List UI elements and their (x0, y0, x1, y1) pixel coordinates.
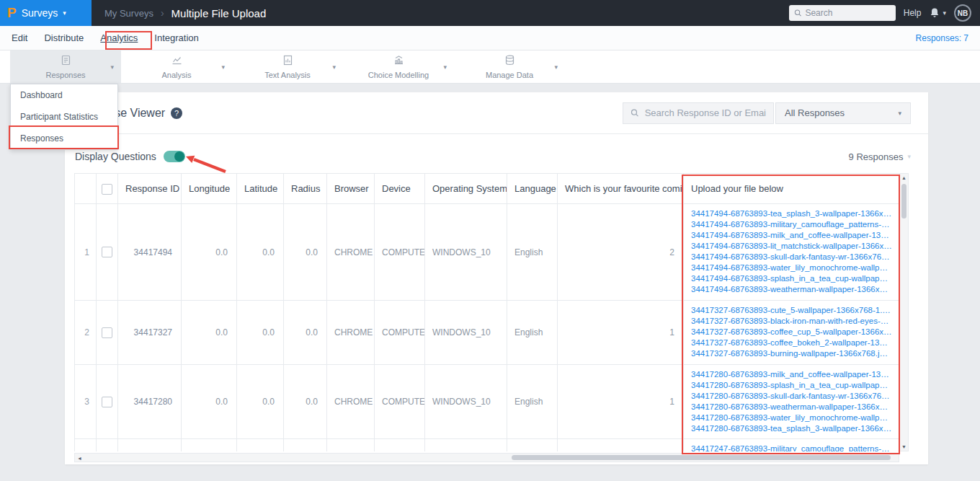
select-all-checkbox[interactable] (102, 184, 112, 195)
breadcrumb: My Surveys › Multiple File Upload (104, 7, 266, 19)
vertical-scrollbar[interactable]: ▲ ▼ (899, 173, 909, 451)
menu-item-participant-statistics[interactable]: Participant Statistics (11, 106, 117, 128)
scroll-left-icon[interactable]: ◄ (77, 454, 82, 462)
tab-edit[interactable]: Edit (12, 32, 27, 43)
help-link[interactable]: Help (904, 8, 922, 18)
file-link[interactable]: 34417494-68763893-tea_splash_3-wallpaper… (691, 208, 892, 219)
help-icon[interactable]: ? (171, 107, 182, 119)
cell-browser: CHROME (327, 204, 375, 301)
file-link[interactable]: 34417494-68763893-skull-dark-fantasy-wr-… (691, 252, 892, 262)
topbar-right: Help ▾ NB (789, 4, 980, 22)
file-link[interactable]: 34417494-68763893-lit_matchstick-wallpap… (691, 241, 892, 252)
surveys-product-menu[interactable]: P Surveys ▾ (0, 0, 92, 26)
col-header-comics-question[interactable]: Which is your favourite comics? (558, 174, 684, 204)
account-menu[interactable]: NB (954, 4, 971, 22)
file-link[interactable]: 34417327-68763893-black-iron-man-with-re… (691, 316, 892, 327)
table-row: 2 34417327 0.0 0.0 0.0 CHROME COMPUTER W… (75, 301, 900, 365)
row-index: 1 (75, 204, 97, 301)
file-link[interactable]: 34417494-68763893-splash_in_a_tea_cup-wa… (691, 273, 892, 284)
responses-summary-dropdown[interactable]: 9 Responses ▾ (849, 151, 911, 162)
cell-language: English (507, 365, 558, 439)
horizontal-scrollbar[interactable]: ◄ (74, 453, 899, 462)
response-filter-dropdown[interactable]: All Responses ▾ (775, 102, 911, 124)
chevron-down-icon: ▾ (332, 63, 336, 71)
file-link[interactable]: 34417280-68763893-skull-dark-fantasy-wr-… (691, 391, 892, 402)
horizontal-scroll-thumb[interactable] (512, 455, 891, 460)
tab-analytics[interactable]: Analytics (100, 32, 138, 43)
file-link[interactable]: 34417247-68763893-military_camouflage_pa… (691, 444, 892, 451)
vertical-scroll-thumb[interactable] (901, 184, 906, 219)
col-header-upload-question[interactable]: Upload your file below (684, 174, 900, 204)
breadcrumb-my-surveys[interactable]: My Surveys (104, 8, 153, 19)
toolbar-manage-data[interactable]: Manage Data ▾ (454, 50, 565, 83)
col-header-longitude[interactable]: Longitude (182, 174, 237, 204)
file-link[interactable]: 34417327-68763893-coffee_cup_5-wallpaper… (691, 327, 892, 337)
toolbar-choice-modelling-label: Choice Modelling (368, 71, 429, 79)
file-link[interactable]: 34417280-68763893-splash_in_a_tea_cup-wa… (691, 380, 892, 391)
notifications-menu[interactable]: ▾ (929, 7, 946, 19)
col-header-language[interactable]: Language (507, 174, 558, 204)
col-header-response-id[interactable]: Response ID▲ (118, 174, 182, 204)
col-header-checkbox (97, 174, 118, 204)
cell-response-id[interactable]: 34417494 (118, 204, 182, 301)
row-checkbox-cell (97, 365, 118, 439)
cell-response-id[interactable] (118, 439, 182, 452)
scroll-down-icon[interactable]: ▼ (900, 444, 908, 449)
cell-comics (558, 439, 684, 452)
cell-os: WINDOWS_10 (425, 301, 507, 365)
cell-language (507, 439, 558, 452)
col-header-device[interactable]: Device (375, 174, 425, 204)
file-link[interactable]: 34417280-68763893-weatherman-wallpaper-1… (691, 402, 892, 412)
menu-item-responses[interactable]: Responses (11, 128, 117, 149)
file-link[interactable]: 34417327-68763893-cute_5-wallpaper-1366x… (691, 305, 892, 316)
cell-response-id[interactable]: 34417327 (118, 301, 182, 365)
database-icon (504, 54, 516, 69)
row-checkbox[interactable] (102, 247, 112, 257)
toolbar-text-analysis[interactable]: Text Analysis ▾ (232, 50, 343, 83)
cell-os: WINDOWS_10 (425, 204, 507, 301)
file-link[interactable]: 34417280-68763893-water_lily_monochrome-… (691, 412, 892, 423)
file-link[interactable]: 34417280-68763893-tea_splash_3-wallpaper… (691, 423, 892, 434)
col-header-browser[interactable]: Browser (327, 174, 375, 204)
cell-longitude: 0.0 (182, 204, 237, 301)
global-search[interactable] (789, 5, 896, 21)
chevron-down-icon: ▾ (443, 63, 447, 71)
toolbar-responses[interactable]: Responses ▾ (10, 50, 121, 83)
display-questions-toggle[interactable] (164, 151, 185, 162)
global-search-input[interactable] (805, 8, 890, 18)
cell-comics: 2 (558, 204, 684, 301)
chevron-down-icon: ▾ (221, 63, 225, 71)
cell-device (375, 439, 425, 452)
file-link[interactable]: 34417494-68763893-water_lily_monochrome-… (691, 262, 892, 273)
file-link[interactable]: 34417280-68763893-milk_and_coffee-wallpa… (691, 369, 892, 380)
response-filter-value: All Responses (785, 107, 845, 118)
menu-item-dashboard[interactable]: Dashboard (11, 84, 117, 106)
row-checkbox-cell (97, 439, 118, 452)
row-checkbox[interactable] (102, 397, 112, 407)
row-checkbox[interactable] (102, 327, 112, 338)
col-header-latitude[interactable]: Latitude (237, 174, 284, 204)
scroll-up-icon[interactable]: ▲ (900, 175, 908, 180)
breadcrumb-separator: › (161, 7, 164, 19)
cell-radius: 0.0 (284, 204, 327, 301)
tab-distribute[interactable]: Distribute (44, 32, 84, 43)
responses-count-badge[interactable]: Responses: 7 (916, 33, 968, 43)
chevron-down-icon: ▾ (907, 153, 911, 160)
cell-response-id[interactable]: 34417280 (118, 365, 182, 439)
response-search[interactable] (623, 102, 774, 124)
tab-integration[interactable]: Integration (154, 32, 198, 43)
table-row: 1 34417494 0.0 0.0 0.0 CHROME COMPUTER W… (75, 204, 900, 301)
toolbar-analysis[interactable]: Analysis ▾ (121, 50, 232, 83)
file-link[interactable]: 34417327-68763893-burning-wallpaper-1366… (691, 348, 892, 359)
cell-files: 34417327-68763893-cute_5-wallpaper-1366x… (684, 301, 900, 365)
col-header-radius[interactable]: Radius (284, 174, 327, 204)
file-link[interactable]: 34417494-68763893-military_camouflage_pa… (691, 219, 892, 230)
file-link[interactable]: 34417494-68763893-weatherman-wallpaper-1… (691, 284, 892, 295)
responses-dropdown-menu: Dashboard Participant Statistics Respons… (10, 84, 118, 150)
file-link[interactable]: 34417494-68763893-milk_and_coffee-wallpa… (691, 230, 892, 241)
toolbar-choice-modelling[interactable]: Choice Modelling ▾ (343, 50, 454, 83)
cell-latitude: 0.0 (237, 204, 284, 301)
col-header-os[interactable]: Operating System (425, 174, 507, 204)
file-link[interactable]: 34417327-68763893-coffee_bokeh_2-wallpap… (691, 337, 892, 348)
response-search-input[interactable] (645, 107, 766, 118)
